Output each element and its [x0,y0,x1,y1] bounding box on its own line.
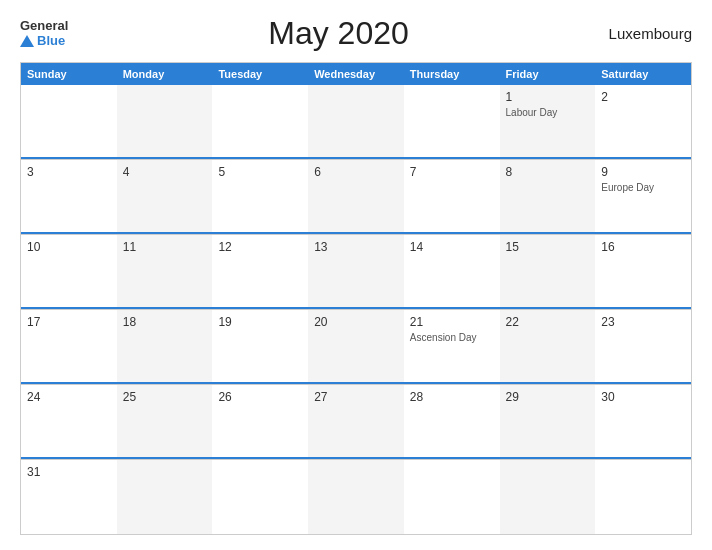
calendar-week-1: 1Labour Day2 [21,85,691,160]
calendar-cell: 29 [500,385,596,459]
cell-date: 14 [410,240,494,254]
logo-blue-text: Blue [37,34,65,48]
cell-date: 24 [27,390,111,404]
calendar-title: May 2020 [68,15,608,52]
calendar-cell: 5 [212,160,308,234]
cell-date: 3 [27,165,111,179]
country-label: Luxembourg [609,25,692,42]
cell-date: 27 [314,390,398,404]
cell-date: 30 [601,390,685,404]
cell-date: 9 [601,165,685,179]
calendar-cell: 6 [308,160,404,234]
cell-date: 22 [506,315,590,329]
col-thursday: Thursday [404,63,500,85]
cell-date: 18 [123,315,207,329]
calendar-week-6: 31 [21,460,691,534]
calendar-grid: Sunday Monday Tuesday Wednesday Thursday… [20,62,692,535]
calendar-cell: 17 [21,310,117,384]
logo: General Blue [20,19,68,48]
calendar-cell: 12 [212,235,308,309]
calendar-cell: 28 [404,385,500,459]
calendar-cell: 21Ascension Day [404,310,500,384]
calendar-cell: 20 [308,310,404,384]
calendar-week-4: 1718192021Ascension Day2223 [21,310,691,385]
calendar-cell: 23 [595,310,691,384]
calendar-cell: 22 [500,310,596,384]
logo-triangle-icon [20,35,34,47]
col-sunday: Sunday [21,63,117,85]
cell-date: 10 [27,240,111,254]
calendar-cell: 7 [404,160,500,234]
cell-event: Ascension Day [410,331,494,344]
cell-date: 13 [314,240,398,254]
col-friday: Friday [500,63,596,85]
cell-date: 19 [218,315,302,329]
calendar-cell: 1Labour Day [500,85,596,159]
calendar-cell: 4 [117,160,213,234]
calendar-body: 1Labour Day23456789Europe Day10111213141… [21,85,691,534]
cell-date: 7 [410,165,494,179]
calendar-cell: 30 [595,385,691,459]
cell-date: 25 [123,390,207,404]
calendar-cell: 10 [21,235,117,309]
col-tuesday: Tuesday [212,63,308,85]
calendar-cell [21,85,117,159]
calendar-cell: 14 [404,235,500,309]
logo-blue: Blue [20,34,68,48]
calendar-cell [308,85,404,159]
calendar-cell: 18 [117,310,213,384]
cell-date: 17 [27,315,111,329]
calendar-cell: 27 [308,385,404,459]
cell-date: 4 [123,165,207,179]
cell-date: 12 [218,240,302,254]
calendar-cell: 13 [308,235,404,309]
cell-date: 2 [601,90,685,104]
cell-event: Labour Day [506,106,590,119]
calendar-cell: 26 [212,385,308,459]
calendar-week-5: 24252627282930 [21,385,691,460]
calendar-cell: 8 [500,160,596,234]
calendar-cell: 19 [212,310,308,384]
calendar-cell [404,85,500,159]
calendar-cell [500,460,596,534]
col-monday: Monday [117,63,213,85]
calendar-cell: 3 [21,160,117,234]
cell-date: 1 [506,90,590,104]
cell-date: 8 [506,165,590,179]
calendar-header-row: Sunday Monday Tuesday Wednesday Thursday… [21,63,691,85]
cell-date: 11 [123,240,207,254]
cell-date: 29 [506,390,590,404]
col-wednesday: Wednesday [308,63,404,85]
logo-general: General [20,19,68,33]
calendar-page: General Blue May 2020 Luxembourg Sunday … [0,0,712,550]
cell-event: Europe Day [601,181,685,194]
calendar-cell [595,460,691,534]
calendar-cell: 15 [500,235,596,309]
calendar-cell [212,85,308,159]
col-saturday: Saturday [595,63,691,85]
calendar-week-3: 10111213141516 [21,235,691,310]
cell-date: 28 [410,390,494,404]
cell-date: 5 [218,165,302,179]
calendar-cell: 2 [595,85,691,159]
calendar-cell [117,460,213,534]
cell-date: 16 [601,240,685,254]
calendar-cell [117,85,213,159]
cell-date: 31 [27,465,111,479]
calendar-cell: 11 [117,235,213,309]
cell-date: 26 [218,390,302,404]
page-header: General Blue May 2020 Luxembourg [20,15,692,52]
calendar-cell: 9Europe Day [595,160,691,234]
calendar-week-2: 3456789Europe Day [21,160,691,235]
calendar-cell: 31 [21,460,117,534]
calendar-cell: 16 [595,235,691,309]
calendar-cell [308,460,404,534]
cell-date: 15 [506,240,590,254]
calendar-cell [212,460,308,534]
cell-date: 21 [410,315,494,329]
cell-date: 6 [314,165,398,179]
calendar-cell [404,460,500,534]
cell-date: 20 [314,315,398,329]
calendar-cell: 25 [117,385,213,459]
cell-date: 23 [601,315,685,329]
